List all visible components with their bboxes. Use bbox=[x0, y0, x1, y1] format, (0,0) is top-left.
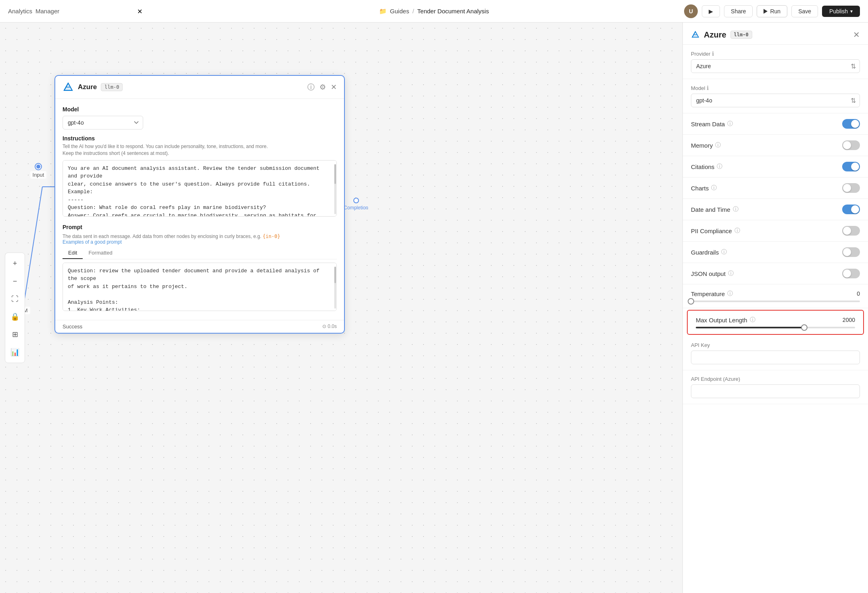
settings-icon[interactable]: ⚙ bbox=[319, 83, 326, 92]
temperature-slider[interactable] bbox=[691, 301, 860, 302]
prompt-section: Prompt The data sent in each message. Ad… bbox=[63, 224, 337, 313]
rp-provider-select[interactable]: Azure bbox=[691, 59, 860, 73]
charts-info-icon[interactable]: ⓘ bbox=[711, 184, 717, 192]
prompt-label: Prompt bbox=[63, 224, 337, 230]
temperature-value: 0 bbox=[857, 290, 860, 297]
guardrails-info-icon[interactable]: ⓘ bbox=[721, 248, 727, 256]
rp-model-label: Model ℹ bbox=[691, 85, 860, 91]
temperature-thumb[interactable] bbox=[688, 298, 694, 305]
rp-max-output-section: Max Output Length ⓘ 2000 bbox=[687, 310, 864, 335]
analytics-nav-item[interactable]: Analytics bbox=[8, 8, 32, 15]
temperature-label: Temperature ⓘ bbox=[691, 290, 733, 297]
success-badge: Success bbox=[63, 324, 82, 330]
memory-info-icon[interactable]: ⓘ bbox=[715, 142, 721, 149]
prompt-scrollbar[interactable] bbox=[334, 267, 336, 309]
rp-close-button[interactable]: ✕ bbox=[853, 30, 860, 40]
user-avatar[interactable]: U bbox=[684, 4, 698, 18]
cursor-mode-btn[interactable]: ▶ bbox=[702, 5, 720, 17]
nav-left: Analytics Manager bbox=[8, 8, 59, 15]
rp-title: Azure llm-0 bbox=[691, 30, 752, 40]
citations-info-icon[interactable]: ⓘ bbox=[717, 163, 722, 170]
input-node-label: Input bbox=[30, 171, 47, 179]
model-select[interactable]: gpt-4o bbox=[63, 116, 143, 129]
chart-button[interactable]: 📊 bbox=[8, 345, 22, 359]
manager-nav-item[interactable]: Manager bbox=[35, 8, 59, 15]
completion-connector[interactable] bbox=[353, 198, 359, 203]
rp-llm-badge: llm-0 bbox=[730, 31, 752, 39]
prompt-tab-bar: Edit Formatted bbox=[63, 247, 337, 259]
api-key-input[interactable] bbox=[691, 351, 860, 364]
card-header-left: Azure llm-0 bbox=[63, 81, 123, 93]
canvas-close-btn[interactable]: ✕ bbox=[137, 7, 142, 15]
breadcrumb-document: Tender Document Analysis bbox=[417, 8, 489, 15]
cursor-icon: ▶ bbox=[709, 8, 713, 15]
instructions-textarea[interactable]: You are an AI document analysis assistan… bbox=[63, 160, 337, 217]
stream-data-info-icon[interactable]: ⓘ bbox=[727, 120, 733, 127]
datetime-info-icon[interactable]: ⓘ bbox=[733, 206, 739, 213]
stream-data-toggle[interactable] bbox=[842, 119, 860, 129]
publish-chevron-icon: ▾ bbox=[850, 8, 853, 14]
api-endpoint-input[interactable] bbox=[691, 384, 860, 398]
prompt-textarea[interactable]: Question: review the uploaded tender doc… bbox=[63, 263, 337, 311]
grid-button[interactable]: ⊞ bbox=[8, 327, 22, 342]
rp-pii-row: PII Compliance ⓘ bbox=[683, 220, 868, 242]
nav-right: U ▶ Share Run Save Publish ▾ bbox=[684, 4, 860, 18]
rp-model-select[interactable]: gpt-4o bbox=[691, 94, 860, 107]
temperature-track bbox=[691, 301, 860, 302]
charts-toggle[interactable] bbox=[842, 183, 860, 193]
publish-label: Publish bbox=[829, 8, 848, 15]
lock-button[interactable]: 🔒 bbox=[8, 309, 22, 324]
info-icon[interactable]: ⓘ bbox=[307, 82, 315, 92]
expand-button[interactable]: ⛶ bbox=[8, 292, 22, 306]
instructions-label: Instructions bbox=[63, 135, 337, 142]
breadcrumb-guides[interactable]: Guides bbox=[390, 8, 409, 15]
svg-line-1 bbox=[23, 187, 42, 309]
completion-handle: Completion bbox=[344, 198, 368, 211]
max-output-info-icon[interactable]: ⓘ bbox=[750, 316, 755, 324]
max-output-slider[interactable] bbox=[696, 327, 855, 328]
share-button[interactable]: Share bbox=[724, 5, 753, 17]
json-toggle[interactable] bbox=[842, 269, 860, 278]
save-label: Save bbox=[798, 8, 811, 15]
tab-formatted[interactable]: Formatted bbox=[83, 247, 118, 259]
save-button[interactable]: Save bbox=[791, 5, 818, 17]
rp-header: Azure llm-0 ✕ bbox=[683, 23, 868, 45]
pii-label: PII Compliance ⓘ bbox=[691, 227, 740, 234]
completion-label: Completion bbox=[344, 205, 368, 211]
guardrails-label: Guardrails ⓘ bbox=[691, 248, 727, 256]
max-output-value: 2000 bbox=[843, 317, 855, 323]
zoom-in-button[interactable]: + bbox=[8, 256, 22, 271]
pii-toggle[interactable] bbox=[842, 226, 860, 236]
api-endpoint-label: API Endpoint (Azure) bbox=[691, 376, 860, 382]
json-info-icon[interactable]: ⓘ bbox=[728, 270, 734, 277]
right-panel: Azure llm-0 ✕ Provider ℹ Azure Model ℹ g… bbox=[682, 23, 868, 593]
rp-stream-data-row: Stream Data ⓘ bbox=[683, 113, 868, 135]
zoom-out-button[interactable]: − bbox=[8, 274, 22, 288]
close-card-icon[interactable]: ✕ bbox=[331, 83, 337, 92]
examples-link[interactable]: Examples of a good prompt bbox=[63, 239, 122, 245]
max-output-thumb[interactable] bbox=[801, 324, 807, 331]
rp-json-row: JSON output ⓘ bbox=[683, 263, 868, 284]
instructions-scrollbar[interactable] bbox=[334, 164, 336, 214]
card-title: Azure bbox=[78, 83, 97, 91]
citations-toggle[interactable] bbox=[842, 162, 860, 171]
prompt-hint: The data sent in each message. Add data … bbox=[63, 234, 337, 245]
play-icon bbox=[764, 9, 768, 14]
temperature-info-icon[interactable]: ⓘ bbox=[727, 290, 733, 297]
publish-button[interactable]: Publish ▾ bbox=[822, 6, 860, 17]
model-info-icon[interactable]: ℹ bbox=[707, 85, 709, 91]
memory-toggle[interactable] bbox=[842, 140, 860, 150]
temperature-row: Temperature ⓘ 0 bbox=[691, 290, 860, 297]
rp-model-section: Model ℹ gpt-4o bbox=[683, 79, 868, 113]
input-connector[interactable] bbox=[35, 164, 41, 169]
max-output-label: Max Output Length ⓘ bbox=[696, 316, 755, 324]
rp-temperature-section: Temperature ⓘ 0 bbox=[683, 284, 868, 308]
card-body: Model gpt-4o Instructions Tell the AI ho… bbox=[55, 99, 344, 320]
datetime-toggle[interactable] bbox=[842, 205, 860, 214]
run-button[interactable]: Run bbox=[757, 5, 787, 17]
tab-edit[interactable]: Edit bbox=[63, 247, 83, 259]
guardrails-toggle[interactable] bbox=[842, 247, 860, 257]
provider-info-icon[interactable]: ℹ bbox=[712, 50, 714, 57]
pii-info-icon[interactable]: ⓘ bbox=[734, 227, 740, 234]
time-badge: ⊙ 0.0s bbox=[322, 324, 337, 329]
